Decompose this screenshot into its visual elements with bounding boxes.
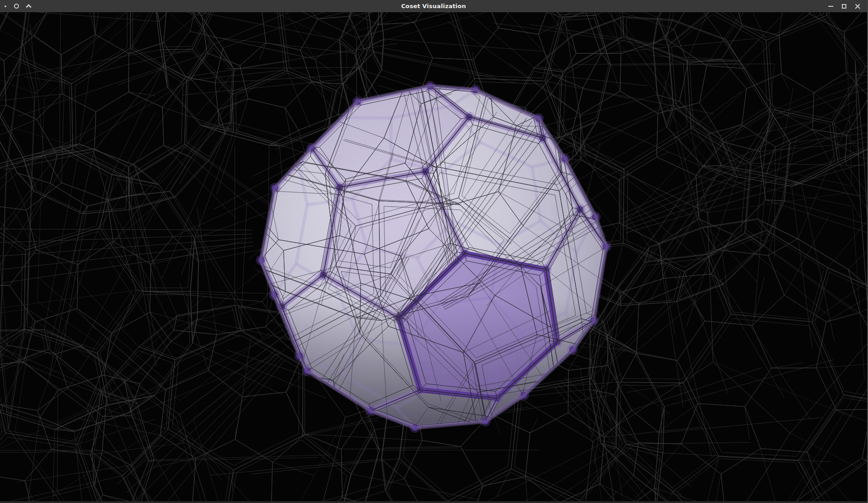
app-window: Coset Visualization (0, 0, 868, 503)
content-area (0, 12, 867, 503)
status-dot-icon (5, 5, 6, 7)
coset-scene (0, 12, 868, 501)
maximize-button[interactable] (837, 0, 851, 12)
circle-icon[interactable] (14, 4, 19, 9)
titlebar-left-icons (5, 0, 31, 12)
minimize-icon (828, 6, 833, 7)
titlebar: Coset Visualization (0, 0, 867, 12)
viewport-3d[interactable] (0, 12, 867, 501)
window-controls (824, 0, 864, 12)
maximize-icon (842, 4, 846, 9)
close-button[interactable] (851, 0, 864, 12)
window-title: Coset Visualization (401, 3, 466, 9)
close-icon (854, 3, 861, 9)
chevron-up-icon[interactable] (26, 4, 32, 10)
minimize-button[interactable] (824, 0, 837, 12)
